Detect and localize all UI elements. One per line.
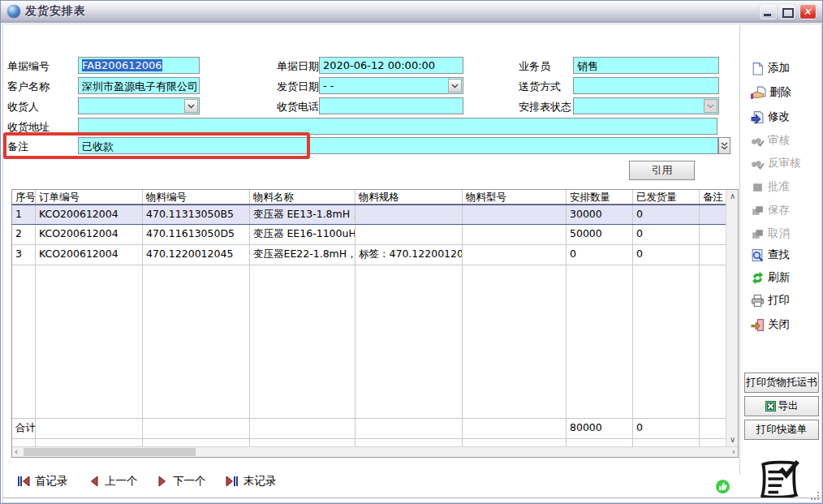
header-arranged-qty[interactable]: 安排数量: [567, 190, 633, 204]
scroll-down-icon[interactable]: ∨: [730, 436, 735, 444]
cell: 0: [633, 245, 700, 265]
scroll-right-icon[interactable]: ›: [732, 448, 735, 456]
printer-icon: [751, 294, 765, 308]
grid-header-row: 序号 订单编号 物料编号 物料名称 物料规格 物料型号 安排数量 已发货量 备注: [12, 190, 726, 205]
customer-field[interactable]: 深圳市盈源电子有限公司: [78, 77, 200, 94]
total-label: 合计: [12, 419, 36, 438]
nav-first-record[interactable]: 首记录: [17, 474, 68, 489]
ship-date-label: 发货日期: [277, 80, 319, 94]
title-bar[interactable]: 发货安排表 ✕: [1, 1, 822, 23]
chevron-down-icon: [451, 84, 459, 88]
remark-value: 已收款: [82, 140, 114, 153]
cell: 50000: [567, 225, 633, 244]
header-material-no[interactable]: 物料编号: [143, 190, 250, 204]
export-button[interactable]: 导出: [744, 396, 819, 416]
cell: [700, 205, 726, 224]
doc-no-field[interactable]: FAB200612006: [78, 57, 200, 74]
maximize-button[interactable]: [778, 4, 795, 19]
sidebar-label: 打印: [768, 293, 790, 308]
table-total-row: 合计 80000 0: [12, 419, 726, 439]
cell: 0: [633, 225, 700, 244]
next-record-icon: [157, 476, 168, 487]
unaudit-icon: [751, 157, 765, 170]
header-material-model[interactable]: 物料型号: [463, 190, 567, 204]
resize-grip[interactable]: [809, 490, 819, 500]
customer-label: 客户名称: [7, 80, 50, 94]
phone-field[interactable]: [319, 97, 463, 114]
header-order-no[interactable]: 订单编号: [36, 190, 143, 204]
remark-field[interactable]: 已收款: [78, 137, 718, 154]
scrollbar-thumb[interactable]: [24, 448, 196, 456]
header-shipped-qty[interactable]: 已发货量: [633, 190, 700, 204]
cell: 30000: [567, 205, 633, 224]
sidebar-item-approve: 批准: [751, 178, 790, 196]
doc-no-label: 单据编号: [7, 59, 50, 74]
nav-last-record[interactable]: 末记录: [226, 474, 277, 489]
cell: 变压器EE22-1.8mH，卧: [250, 245, 355, 265]
print-consignment-button[interactable]: 打印货物托运书: [744, 373, 819, 393]
ship-date-combobox[interactable]: - -: [319, 77, 463, 94]
sidebar-item-print[interactable]: 打印: [751, 291, 790, 309]
sidebar-label: 关闭: [768, 317, 790, 332]
nav-label: 末记录: [243, 474, 277, 489]
sidebar-label: 保存: [768, 203, 790, 218]
minimize-button[interactable]: [760, 4, 777, 19]
search-icon: [751, 248, 765, 262]
add-document-icon: [751, 62, 765, 75]
total-shipped-qty: 0: [633, 419, 700, 438]
cell: KCO200612004: [36, 205, 143, 224]
sidebar-item-refresh[interactable]: 刷新: [751, 269, 790, 286]
vertical-scrollbar[interactable]: ∧ ∨: [726, 190, 738, 446]
scroll-left-icon[interactable]: ‹: [15, 448, 18, 456]
print-express-button[interactable]: 打印快递单: [744, 420, 819, 440]
table-row[interactable]: 3 KCO200612004 470.1220012045 变压器EE22-1.…: [12, 245, 726, 265]
delivery-method-label: 送货方式: [519, 80, 561, 94]
cell: [463, 245, 567, 265]
cell: 470.1220012045: [143, 245, 250, 265]
cell: [463, 265, 567, 418]
header-material-spec[interactable]: 物料规格: [355, 190, 463, 204]
remark-expand-button[interactable]: [718, 137, 730, 154]
cell: [12, 439, 36, 446]
sidebar-item-add[interactable]: 添加: [751, 59, 790, 77]
table-row-selected[interactable]: 1 KCO200612004 470.11313050B5 变压器 EE13-1…: [12, 205, 726, 225]
cell: [355, 439, 463, 446]
table-row[interactable]: 2 KCO200612004 470.11613050D5 变压器 EE16-1…: [12, 225, 726, 245]
nav-previous-record[interactable]: 上一个: [88, 474, 138, 489]
sidebar-item-delete[interactable]: 删除: [751, 84, 791, 101]
salesman-value: 销售: [577, 60, 598, 72]
quote-button[interactable]: 引用: [629, 161, 695, 180]
cell: [567, 439, 633, 446]
consignee-combobox[interactable]: [78, 97, 200, 114]
doc-date-label: 单据日期: [277, 59, 319, 74]
scroll-up-icon[interactable]: ∧: [730, 192, 735, 200]
cell: [250, 265, 355, 418]
horizontal-scrollbar[interactable]: ‹ ›: [12, 446, 738, 457]
ship-date-dropdown-button[interactable]: [448, 79, 462, 93]
sidebar-item-modify[interactable]: 修改: [751, 108, 790, 126]
cell: 标签：470.12200120555: [355, 245, 463, 265]
header-seq[interactable]: 序号: [12, 190, 36, 204]
sidebar-item-cancel: 取消: [751, 225, 790, 243]
sidebar-item-find[interactable]: 查找: [751, 246, 790, 264]
sidebar-item-close[interactable]: 关闭: [751, 316, 790, 334]
cell: [250, 439, 355, 446]
header-remark[interactable]: 备注: [700, 190, 726, 204]
address-field[interactable]: [78, 118, 717, 135]
sidebar-item-unaudit: 反审核: [751, 154, 801, 172]
salesman-field[interactable]: 销售: [573, 57, 719, 74]
customer-value: 深圳市盈源电子有限公司: [82, 80, 198, 93]
statusbar-divider: [2, 498, 822, 499]
nav-next-record[interactable]: 下一个: [157, 474, 206, 489]
cell: [250, 419, 355, 438]
cell: 470.11613050D5: [143, 225, 250, 244]
cell: [143, 439, 250, 446]
consignee-dropdown-button[interactable]: [184, 99, 198, 113]
close-button[interactable]: ✕: [799, 4, 817, 19]
sidebar-item-save: 保存: [751, 201, 790, 219]
sidebar-label: 查找: [768, 248, 790, 262]
doc-date-field[interactable]: 2020-06-12 00:00:00: [319, 57, 463, 74]
delivery-method-field[interactable]: [573, 77, 719, 94]
cell: 2: [12, 225, 36, 244]
header-material-name[interactable]: 物料名称: [250, 190, 355, 204]
